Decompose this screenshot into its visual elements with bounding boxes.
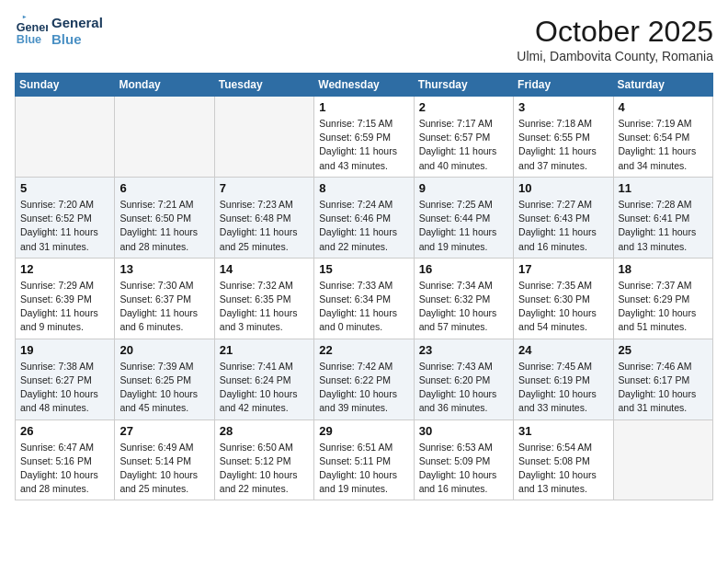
day-info: Sunrise: 7:25 AM Sunset: 6:44 PM Dayligh… (419, 198, 508, 254)
day-number: 31 (518, 424, 608, 438)
day-info: Sunrise: 6:54 AM Sunset: 5:08 PM Dayligh… (518, 441, 608, 497)
calendar-cell: 5Sunrise: 7:20 AM Sunset: 6:52 PM Daylig… (16, 177, 115, 258)
day-number: 22 (319, 343, 408, 357)
day-number: 14 (220, 262, 309, 276)
calendar-cell (16, 97, 115, 178)
calendar-cell: 10Sunrise: 7:27 AM Sunset: 6:43 PM Dayli… (514, 177, 613, 258)
calendar-cell: 18Sunrise: 7:37 AM Sunset: 6:29 PM Dayli… (613, 258, 712, 339)
day-number: 25 (619, 343, 708, 357)
calendar-cell: 27Sunrise: 6:49 AM Sunset: 5:14 PM Dayli… (115, 419, 214, 500)
calendar-cell (613, 419, 712, 500)
calendar-cell: 4Sunrise: 7:19 AM Sunset: 6:54 PM Daylig… (613, 97, 712, 178)
calendar-header-row: SundayMondayTuesdayWednesdayThursdayFrid… (16, 74, 713, 97)
calendar-week-row: 12Sunrise: 7:29 AM Sunset: 6:39 PM Dayli… (16, 258, 713, 339)
calendar-cell: 3Sunrise: 7:18 AM Sunset: 6:55 PM Daylig… (514, 97, 613, 178)
calendar-cell: 23Sunrise: 7:43 AM Sunset: 6:20 PM Dayli… (414, 339, 513, 419)
header: General Blue General Blue October 2025 U… (15, 15, 713, 63)
day-info: Sunrise: 7:28 AM Sunset: 6:41 PM Dayligh… (619, 198, 708, 254)
day-info: Sunrise: 7:29 AM Sunset: 6:39 PM Dayligh… (20, 279, 109, 335)
day-info: Sunrise: 6:50 AM Sunset: 5:12 PM Dayligh… (220, 441, 309, 497)
day-info: Sunrise: 6:49 AM Sunset: 5:14 PM Dayligh… (119, 441, 209, 497)
calendar-cell: 7Sunrise: 7:23 AM Sunset: 6:48 PM Daylig… (214, 177, 313, 258)
weekday-header-sunday: Sunday (16, 74, 115, 97)
calendar-cell: 16Sunrise: 7:34 AM Sunset: 6:32 PM Dayli… (414, 258, 513, 339)
day-info: Sunrise: 7:46 AM Sunset: 6:17 PM Dayligh… (619, 360, 708, 416)
day-number: 15 (319, 262, 408, 276)
day-info: Sunrise: 6:47 AM Sunset: 5:16 PM Dayligh… (20, 441, 109, 497)
day-info: Sunrise: 7:27 AM Sunset: 6:43 PM Dayligh… (518, 198, 608, 254)
calendar-cell: 12Sunrise: 7:29 AM Sunset: 6:39 PM Dayli… (16, 258, 115, 339)
calendar-cell: 13Sunrise: 7:30 AM Sunset: 6:37 PM Dayli… (115, 258, 214, 339)
calendar-cell: 29Sunrise: 6:51 AM Sunset: 5:11 PM Dayli… (314, 419, 414, 500)
calendar-cell: 9Sunrise: 7:25 AM Sunset: 6:44 PM Daylig… (414, 177, 513, 258)
weekday-header-wednesday: Wednesday (314, 74, 414, 97)
day-number: 7 (220, 181, 309, 195)
day-number: 11 (619, 181, 708, 195)
location-subtitle: Ulmi, Dambovita County, Romania (517, 49, 713, 63)
weekday-header-friday: Friday (514, 74, 613, 97)
day-number: 29 (319, 424, 408, 438)
day-info: Sunrise: 7:37 AM Sunset: 6:29 PM Dayligh… (619, 279, 708, 335)
month-title: October 2025 (517, 15, 713, 49)
calendar-cell: 8Sunrise: 7:24 AM Sunset: 6:46 PM Daylig… (314, 177, 414, 258)
logo-blue: Blue (51, 31, 103, 48)
day-info: Sunrise: 7:43 AM Sunset: 6:20 PM Dayligh… (419, 360, 508, 416)
svg-marker-2 (23, 16, 27, 19)
day-info: Sunrise: 7:15 AM Sunset: 6:59 PM Dayligh… (319, 117, 408, 173)
day-number: 17 (518, 262, 608, 276)
calendar-cell: 11Sunrise: 7:28 AM Sunset: 6:41 PM Dayli… (613, 177, 712, 258)
logo-icon: General Blue (15, 15, 48, 48)
day-info: Sunrise: 7:38 AM Sunset: 6:27 PM Dayligh… (20, 360, 109, 416)
calendar-cell: 26Sunrise: 6:47 AM Sunset: 5:16 PM Dayli… (16, 419, 115, 500)
day-number: 18 (619, 262, 708, 276)
svg-text:Blue: Blue (17, 33, 41, 46)
day-number: 16 (419, 262, 508, 276)
day-info: Sunrise: 7:19 AM Sunset: 6:54 PM Dayligh… (619, 117, 708, 173)
day-info: Sunrise: 7:23 AM Sunset: 6:48 PM Dayligh… (220, 198, 309, 254)
logo: General Blue General Blue (15, 15, 103, 48)
day-number: 23 (419, 343, 508, 357)
logo-general: General (51, 15, 103, 31)
day-info: Sunrise: 7:30 AM Sunset: 6:37 PM Dayligh… (119, 279, 209, 335)
day-number: 6 (119, 181, 209, 195)
day-number: 21 (220, 343, 309, 357)
calendar-week-row: 5Sunrise: 7:20 AM Sunset: 6:52 PM Daylig… (16, 177, 713, 258)
day-info: Sunrise: 7:45 AM Sunset: 6:19 PM Dayligh… (518, 360, 608, 416)
day-number: 20 (119, 343, 209, 357)
calendar-week-row: 26Sunrise: 6:47 AM Sunset: 5:16 PM Dayli… (16, 419, 713, 500)
calendar-cell: 2Sunrise: 7:17 AM Sunset: 6:57 PM Daylig… (414, 97, 513, 178)
calendar-cell: 21Sunrise: 7:41 AM Sunset: 6:24 PM Dayli… (214, 339, 313, 419)
calendar-cell: 6Sunrise: 7:21 AM Sunset: 6:50 PM Daylig… (115, 177, 214, 258)
weekday-header-thursday: Thursday (414, 74, 513, 97)
day-number: 19 (20, 343, 109, 357)
day-info: Sunrise: 7:35 AM Sunset: 6:30 PM Dayligh… (518, 279, 608, 335)
calendar-cell: 19Sunrise: 7:38 AM Sunset: 6:27 PM Dayli… (16, 339, 115, 419)
weekday-header-tuesday: Tuesday (214, 74, 313, 97)
calendar-cell: 20Sunrise: 7:39 AM Sunset: 6:25 PM Dayli… (115, 339, 214, 419)
day-number: 12 (20, 262, 109, 276)
day-info: Sunrise: 7:39 AM Sunset: 6:25 PM Dayligh… (119, 360, 209, 416)
day-number: 4 (619, 100, 708, 114)
day-info: Sunrise: 7:17 AM Sunset: 6:57 PM Dayligh… (419, 117, 508, 173)
day-info: Sunrise: 7:32 AM Sunset: 6:35 PM Dayligh… (220, 279, 309, 335)
calendar-week-row: 1Sunrise: 7:15 AM Sunset: 6:59 PM Daylig… (16, 97, 713, 178)
day-number: 1 (319, 100, 408, 114)
calendar-cell: 25Sunrise: 7:46 AM Sunset: 6:17 PM Dayli… (613, 339, 712, 419)
calendar-week-row: 19Sunrise: 7:38 AM Sunset: 6:27 PM Dayli… (16, 339, 713, 419)
weekday-header-monday: Monday (115, 74, 214, 97)
day-number: 9 (419, 181, 508, 195)
day-info: Sunrise: 7:34 AM Sunset: 6:32 PM Dayligh… (419, 279, 508, 335)
day-info: Sunrise: 7:20 AM Sunset: 6:52 PM Dayligh… (20, 198, 109, 254)
day-number: 8 (319, 181, 408, 195)
day-info: Sunrise: 7:24 AM Sunset: 6:46 PM Dayligh… (319, 198, 408, 254)
day-number: 30 (419, 424, 508, 438)
day-number: 5 (20, 181, 109, 195)
calendar-cell: 14Sunrise: 7:32 AM Sunset: 6:35 PM Dayli… (214, 258, 313, 339)
calendar-cell: 30Sunrise: 6:53 AM Sunset: 5:09 PM Dayli… (414, 419, 513, 500)
calendar-cell: 28Sunrise: 6:50 AM Sunset: 5:12 PM Dayli… (214, 419, 313, 500)
day-number: 24 (518, 343, 608, 357)
day-number: 28 (220, 424, 309, 438)
day-number: 26 (20, 424, 109, 438)
day-number: 13 (119, 262, 209, 276)
calendar-cell: 1Sunrise: 7:15 AM Sunset: 6:59 PM Daylig… (314, 97, 414, 178)
